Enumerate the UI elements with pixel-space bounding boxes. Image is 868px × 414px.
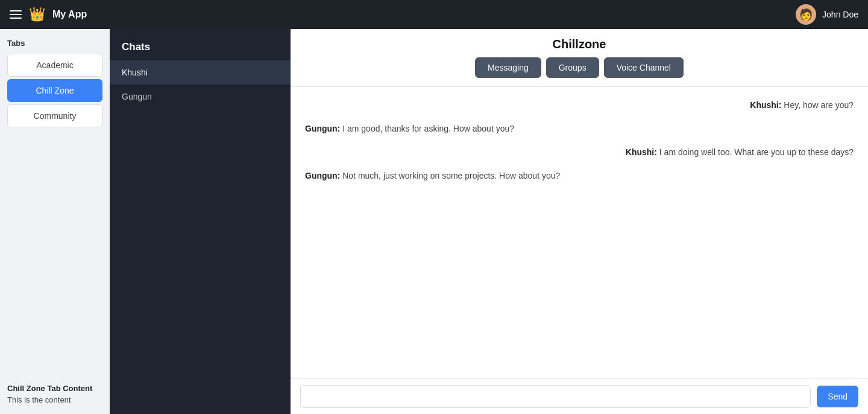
message-row: Khushi: Hey, how are you? — [305, 99, 854, 112]
user-name: John Doe — [822, 10, 858, 19]
message-text: I am good, thanks for asking. How about … — [340, 124, 514, 133]
input-area: Send — [291, 378, 868, 414]
messages-area: Khushi: Hey, how are you? Gungun: I am g… — [291, 87, 868, 378]
topnav-right: 🧑 John Doe — [796, 4, 858, 25]
tabs-heading: Tabs — [7, 39, 102, 48]
message-text: I am doing well too. What are you up to … — [657, 147, 854, 157]
message-row: Khushi: I am doing well too. What are yo… — [305, 146, 854, 159]
tab-item-chill-zone[interactable]: Chill Zone — [7, 79, 102, 102]
message-input[interactable] — [300, 385, 811, 408]
tab-btn-messaging[interactable]: Messaging — [475, 57, 541, 78]
tab-btn-groups[interactable]: Groups — [546, 57, 599, 78]
content-header: Chillzone Messaging Groups Voice Channel — [291, 29, 868, 87]
message-text: Not much, just working on some projects.… — [340, 171, 560, 180]
message-text: Hey, how are you? — [781, 100, 854, 110]
message-row: Gungun: I am good, thanks for asking. Ho… — [305, 123, 854, 135]
chat-item-khushi[interactable]: Khushi — [110, 60, 291, 84]
top-navigation: 👑 My App 🧑 John Doe — [0, 0, 868, 29]
tab-buttons: Messaging Groups Voice Channel — [303, 57, 856, 78]
content-title: Chillzone — [303, 37, 856, 51]
tab-btn-voice-channel[interactable]: Voice Channel — [604, 57, 684, 78]
message-row: Gungun: Not much, just working on some p… — [305, 170, 854, 182]
main-content: Chillzone Messaging Groups Voice Channel… — [291, 29, 868, 414]
tabs-sidebar-footer: Chill Zone Tab Content This is the conte… — [7, 377, 102, 404]
chats-header: Chats — [110, 29, 291, 60]
message-sender: Gungun: — [305, 171, 340, 180]
chats-sidebar: Chats Khushi Gungun — [110, 29, 291, 414]
send-button[interactable]: Send — [817, 386, 858, 407]
footer-text: This is the content — [7, 395, 102, 404]
app-logo: 👑 — [29, 7, 45, 22]
tab-item-community[interactable]: Community — [7, 104, 102, 127]
message-sender: Khushi: — [626, 147, 657, 157]
main-layout: Tabs Academic Chill Zone Community Chill… — [0, 29, 868, 414]
message-sender: Khushi: — [750, 100, 781, 110]
tabs-sidebar: Tabs Academic Chill Zone Community Chill… — [0, 29, 110, 414]
tab-item-academic[interactable]: Academic — [7, 54, 102, 77]
topnav-left: 👑 My App — [10, 7, 87, 22]
avatar: 🧑 — [796, 4, 816, 25]
footer-heading: Chill Zone Tab Content — [7, 384, 102, 393]
message-sender: Gungun: — [305, 124, 340, 133]
chat-item-gungun[interactable]: Gungun — [110, 84, 291, 109]
hamburger-icon[interactable] — [10, 10, 22, 19]
app-title: My App — [52, 9, 87, 20]
chat-list: Khushi Gungun — [110, 60, 291, 414]
